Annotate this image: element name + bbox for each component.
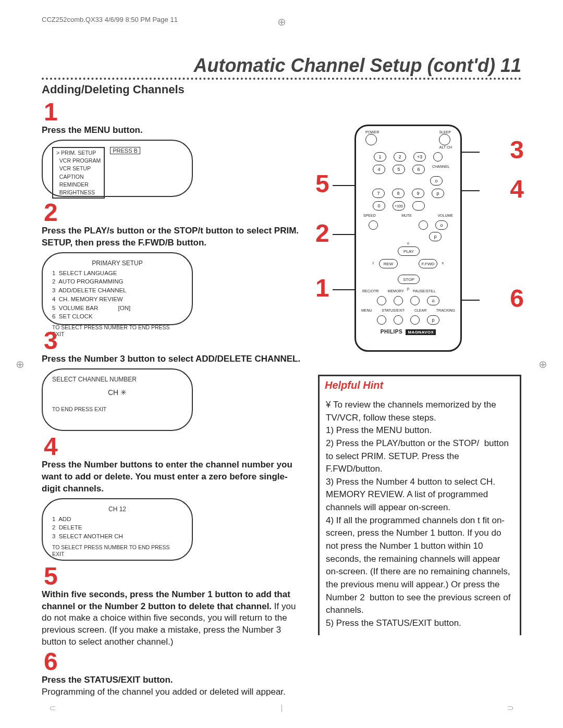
- hint-title: Helpful Hint: [318, 375, 521, 394]
- screen-title: PRIMARY SETUP: [52, 260, 182, 267]
- channel-up-button[interactable]: o: [430, 176, 443, 186]
- callout-num: 6: [510, 286, 524, 311]
- callout-line: [333, 289, 354, 290]
- hint-text: To review the channels memorized by the …: [326, 400, 513, 628]
- callout-line: [333, 234, 354, 235]
- remote-diagram: 5 2 1 3 4 6 POWER: [318, 119, 521, 364]
- brand-philips: PHILIPS: [381, 329, 402, 335]
- pausestill-button[interactable]: [410, 296, 420, 305]
- num-4-button[interactable]: 4: [373, 165, 385, 174]
- screen-lines: 1 SELECT LANGUAGE 2 AUTO PROGRAMMING 3 A…: [52, 269, 182, 321]
- step-text: Press the Number 3 button to select ADD/…: [42, 353, 302, 365]
- label-channel: CHANNEL: [432, 165, 444, 174]
- step-text: Press the MENU button.: [42, 125, 302, 137]
- screen-title: SELECT CHANNEL NUMBER: [52, 376, 182, 383]
- label-speed: SPEED: [363, 214, 376, 217]
- nav-pad: o PLAY REW F.FWD STOP t s p: [377, 244, 439, 286]
- label-recotr: REC/OTR: [362, 289, 379, 293]
- side-p-button[interactable]: p: [427, 315, 439, 325]
- step-number: 2: [44, 200, 302, 225]
- pad-left-label: t: [373, 261, 374, 265]
- rew-button[interactable]: REW: [379, 259, 398, 268]
- callout-num: 5: [315, 171, 329, 196]
- step-number: 5: [44, 564, 302, 589]
- callout-num: 1: [315, 276, 329, 301]
- menu-list: > PRIM. SETUP VCR PROGRAM VCR SETUP CAPT…: [52, 147, 105, 199]
- stop-button[interactable]: STOP: [398, 275, 420, 284]
- step-text: Within five seconds, press the Number 1 …: [42, 589, 302, 649]
- label-sleep: SLEEP: [439, 130, 451, 134]
- num-2-button[interactable]: 2: [394, 152, 406, 162]
- step-number: 3: [44, 328, 302, 353]
- step-number: 1: [44, 100, 302, 125]
- tv-screen-primary-setup: PRIMARY SETUP 1 SELECT LANGUAGE 2 AUTO P…: [42, 252, 193, 325]
- side-o-button[interactable]: o: [427, 296, 439, 305]
- label-power: POWER: [365, 130, 379, 134]
- step-text: Press the PLAY/s button or the STOP/t bu…: [42, 225, 302, 249]
- step-text: Press the STATUS/EXIT button.Programming…: [42, 674, 302, 698]
- section-heading: Adding/Deleting Channels: [42, 83, 521, 96]
- callout-line: [460, 300, 480, 301]
- extra-button[interactable]: [412, 201, 425, 211]
- callout-num: 3: [510, 138, 524, 163]
- label-mute: MUTE: [401, 214, 412, 217]
- memory-button[interactable]: [394, 296, 403, 305]
- callout-line: [460, 152, 480, 153]
- num-6-button[interactable]: 6: [412, 165, 425, 174]
- label-statusexit: STATUS/EXIT: [382, 309, 405, 312]
- num-9-button[interactable]: 9: [412, 189, 424, 198]
- steps-column: 1 Press the MENU button. > PRIM. SETUP V…: [42, 98, 302, 698]
- volume-down-button[interactable]: p: [429, 232, 442, 241]
- volume-up-button[interactable]: o: [435, 220, 448, 230]
- pad-up-label: o: [377, 241, 439, 245]
- speed-button[interactable]: [369, 220, 378, 230]
- registration-mark-icon: ⊕: [16, 358, 25, 371]
- menu-button[interactable]: [377, 315, 386, 325]
- crop-mark-icon: ⸦: [50, 704, 56, 712]
- power-button[interactable]: [365, 134, 377, 145]
- registration-mark-icon: ⊕: [538, 358, 547, 371]
- tv-screen-ch-options: CH 12 1 ADD 2 DELETE 3 SELECT ANOTHER CH…: [42, 498, 193, 561]
- label-clear: CLEAR: [414, 309, 426, 312]
- num-8-button[interactable]: 8: [392, 189, 405, 198]
- num-3-button[interactable]: +3: [413, 152, 426, 162]
- num-0-button[interactable]: 0: [373, 201, 385, 211]
- label-menu: MENU: [361, 309, 372, 312]
- page: CCZ252comb.QX33 4/6/99 8:50 PM Page 11 ⊕…: [0, 0, 563, 728]
- screen-footer: TO END PRESS EXIT: [52, 406, 182, 413]
- play-button[interactable]: PLAY: [398, 246, 420, 256]
- crop-mark-icon: ⸧: [507, 704, 513, 712]
- clear-button[interactable]: [410, 315, 420, 325]
- callout-num: 2: [315, 221, 329, 246]
- screen-title: CH 12: [52, 505, 182, 513]
- status-exit-button[interactable]: [394, 315, 403, 325]
- tv-screen-select-channel: SELECT CHANNEL NUMBER CH ✳ TO END PRESS …: [42, 368, 193, 431]
- label-altch: ALT CH: [356, 145, 460, 149]
- channel-down-button[interactable]: p: [432, 189, 444, 198]
- num-7-button[interactable]: 7: [372, 189, 385, 198]
- ffwd-button[interactable]: F.FWD: [419, 259, 437, 268]
- num-1-button[interactable]: 1: [374, 152, 386, 162]
- registration-mark-icon: ⊕: [277, 16, 286, 28]
- brand-magnavox: MAGNAVOX: [406, 329, 436, 335]
- remote-control: POWER SLEEP ALT CH 1 2 +3: [354, 125, 462, 352]
- recotr-button[interactable]: [377, 296, 386, 305]
- tv-screen-menu: > PRIM. SETUP VCR PROGRAM VCR SETUP CAPT…: [42, 140, 193, 197]
- altch-button[interactable]: [433, 152, 443, 162]
- sleep-button[interactable]: [439, 134, 450, 145]
- callout-line: [460, 190, 480, 191]
- pad-down-label: p: [377, 287, 439, 290]
- right-column: 5 2 1 3 4 6 POWER: [318, 98, 521, 698]
- step-text: Press the Number buttons to enter the ch…: [42, 459, 302, 495]
- screen-footer: TO SELECT PRESS NUMBER TO END PRESS EXIT: [52, 544, 182, 558]
- num-5-button[interactable]: 5: [393, 165, 405, 174]
- press-indicator: PRESS B: [110, 147, 140, 154]
- pad-right-label: s: [442, 261, 444, 265]
- page-title: Automatic Channel Setup (cont'd) 11: [42, 55, 521, 80]
- step-number: 4: [44, 434, 302, 459]
- mute-button[interactable]: [419, 220, 428, 230]
- step-number: 6: [44, 649, 302, 674]
- channel-indicator: CH ✳: [52, 388, 182, 397]
- plus100-button[interactable]: +100: [393, 201, 405, 211]
- callout-num: 4: [510, 177, 524, 202]
